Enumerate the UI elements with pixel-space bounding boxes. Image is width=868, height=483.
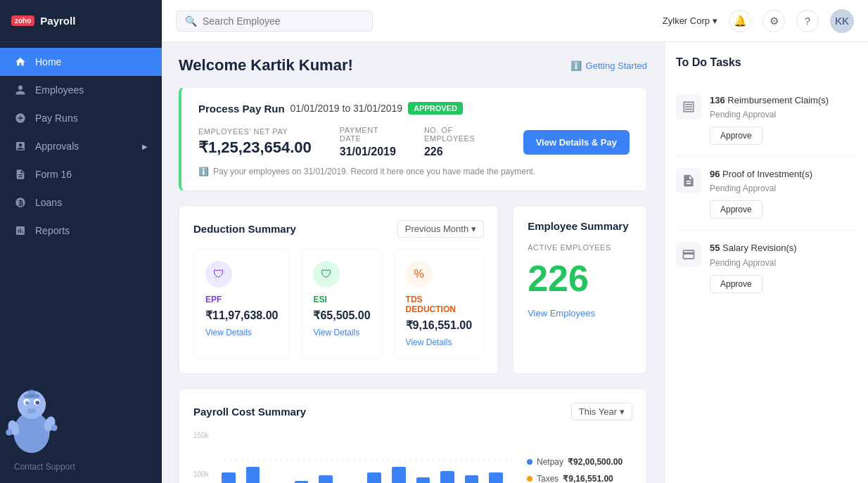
content-wrapper: Welcome Kartik Kumar! ℹ️ Getting Started… xyxy=(162,42,868,483)
logo-badge: zoho xyxy=(11,15,34,26)
company-name: Zylker Corp xyxy=(663,15,710,26)
todo-item-investment: 96 Proof of Investment(s) Pending Approv… xyxy=(676,157,857,231)
tds-type: TDS DEDUCTION xyxy=(406,295,473,314)
legend-netpay: Netpay ₹92,00,500.00 xyxy=(527,457,632,467)
todo-content-investment: 96 Proof of Investment(s) Pending Approv… xyxy=(710,168,857,219)
help-icon[interactable]: ? xyxy=(796,10,819,32)
todo-sub-salary: Pending Approval xyxy=(710,258,857,268)
payment-date-label: PAYMENT DATE xyxy=(340,126,396,143)
approvals-arrow: ▶ xyxy=(142,143,148,150)
cost-period-selector[interactable]: This Year ▾ xyxy=(571,403,632,420)
todo-sidebar: To Do Tasks 136 Reimbursement Claim(s) P… xyxy=(664,42,868,483)
deduction-title: Deduction Summary xyxy=(193,223,296,235)
todo-item-reimbursement: 136 Reimbursement Claim(s) Pending Appro… xyxy=(676,83,857,157)
period-selector[interactable]: Previous Month ▾ xyxy=(397,220,484,238)
sidebar: zoho Payroll Home Employees Pay Runs Ap xyxy=(0,0,162,483)
loans-icon xyxy=(14,196,27,209)
svg-point-14 xyxy=(51,425,58,431)
tds-view-details[interactable]: View Details xyxy=(406,337,473,347)
approved-badge: APPROVED xyxy=(408,102,463,115)
epf-view-details[interactable]: View Details xyxy=(205,328,278,337)
sidebar-item-payruns[interactable]: Pay Runs xyxy=(0,104,162,132)
cost-card-header: Payroll Cost Summary This Year ▾ xyxy=(193,403,632,420)
esi-type: ESI xyxy=(313,295,370,304)
topbar-right: Zylker Corp ▾ 🔔 ⚙ ? KK xyxy=(663,9,854,33)
todo-title: To Do Tasks xyxy=(676,56,857,69)
search-input[interactable] xyxy=(203,15,343,27)
todo-text-salary: 55 Salary Revision(s) xyxy=(710,242,857,255)
employee-summary-header: Employee Summary xyxy=(528,220,632,232)
todo-sub-investment: Pending Approval xyxy=(710,183,857,193)
nav-label-home: Home xyxy=(35,56,61,67)
sidebar-item-approvals[interactable]: Approvals ▶ xyxy=(0,132,162,160)
form16-icon xyxy=(14,168,27,181)
payroll-cost-card: Payroll Cost Summary This Year ▾ 150k 10… xyxy=(179,388,647,483)
payrun-note: ℹ️ Pay your employees on 31/01/2019. Rec… xyxy=(198,167,630,176)
search-box[interactable]: 🔍 xyxy=(176,11,373,32)
legend-value-taxes: ₹9,16,551.00 xyxy=(563,474,613,483)
nav-label-reports: Reports xyxy=(35,225,70,236)
net-pay-label: EMPLOYEES' NET PAY xyxy=(198,127,312,136)
y-label-100k: 100k xyxy=(193,470,209,478)
todo-item-salary: 55 Salary Revision(s) Pending Approval A… xyxy=(676,231,857,304)
approve-salary-button[interactable]: Approve xyxy=(710,275,762,293)
page-header: Welcome Kartik Kumar! ℹ️ Getting Started xyxy=(179,56,647,75)
search-icon: 🔍 xyxy=(185,15,197,27)
employees-count-stat: NO. OF EMPLOYEES 226 xyxy=(424,126,495,158)
sidebar-item-loans[interactable]: Loans xyxy=(0,188,162,217)
sidebar-item-reports[interactable]: Reports xyxy=(0,217,162,245)
svg-point-8 xyxy=(27,408,37,413)
svg-point-10 xyxy=(28,389,36,397)
settings-icon[interactable]: ⚙ xyxy=(762,10,785,32)
view-details-pay-button[interactable]: View Details & Pay xyxy=(523,130,630,155)
two-col-section: Deduction Summary Previous Month ▾ 🛡 EPF… xyxy=(179,205,647,374)
approve-investment-button[interactable]: Approve xyxy=(710,200,762,219)
esi-icon: 🛡 xyxy=(313,261,340,288)
sidebar-item-employees[interactable]: Employees xyxy=(0,76,162,104)
epf-type: EPF xyxy=(205,295,278,304)
nav-label-approvals: Approvals xyxy=(35,141,79,152)
sidebar-item-home[interactable]: Home xyxy=(0,48,162,76)
payrun-card: Process Pay Run 01/01/2019 to 31/01/2019… xyxy=(179,87,647,191)
company-selector[interactable]: Zylker Corp ▾ xyxy=(663,15,717,26)
tds-icon: % xyxy=(406,261,433,288)
person-icon xyxy=(14,84,27,96)
todo-content-salary: 55 Salary Revision(s) Pending Approval A… xyxy=(710,242,857,292)
esi-amount: ₹65,505.00 xyxy=(313,309,370,322)
approve-reimbursement-button[interactable]: Approve xyxy=(710,127,762,145)
main-content: Welcome Kartik Kumar! ℹ️ Getting Started… xyxy=(162,42,664,483)
employee-summary-title: Employee Summary xyxy=(528,220,628,232)
esi-view-details[interactable]: View Details xyxy=(313,328,370,337)
receipt-icon xyxy=(676,94,701,120)
legend-dot-netpay xyxy=(527,459,532,465)
nav-label-form16: Form 16 xyxy=(35,169,72,180)
todo-text-investment: 96 Proof of Investment(s) xyxy=(710,168,857,181)
deduction-item-esi: 🛡 ESI ₹65,505.00 View Details xyxy=(301,249,382,359)
active-employees-label: ACTIVE EMPLOYEES xyxy=(528,243,632,252)
logo-area: zoho Payroll xyxy=(0,0,162,42)
net-pay-stat: EMPLOYEES' NET PAY ₹1,25,23,654.00 xyxy=(198,127,312,157)
contact-support[interactable]: Contact Support xyxy=(0,451,162,483)
chart-main: 150k 100k xyxy=(193,432,513,483)
getting-started-button[interactable]: ℹ️ Getting Started xyxy=(570,60,647,71)
svg-point-13 xyxy=(6,429,12,435)
deduction-items: 🛡 EPF ₹11,97,638.00 View Details 🛡 ESI ₹… xyxy=(193,249,484,359)
payment-date-value: 31/01/2019 xyxy=(340,146,396,158)
view-employees-link[interactable]: View Employees xyxy=(528,308,632,318)
no-employees-value: 226 xyxy=(424,146,495,158)
nav-label-employees: Employees xyxy=(35,84,84,96)
legend-label-taxes: Taxes xyxy=(537,474,559,483)
tds-amount: ₹9,16,551.00 xyxy=(406,318,473,332)
info-icon: ℹ️ xyxy=(198,167,209,176)
epf-amount: ₹11,97,638.00 xyxy=(205,309,278,322)
chart-grid xyxy=(219,432,513,483)
notifications-icon[interactable]: 🔔 xyxy=(729,10,751,32)
payruns-icon xyxy=(14,112,27,124)
sidebar-item-form16[interactable]: Form 16 xyxy=(0,160,162,188)
avatar[interactable]: KK xyxy=(830,9,854,33)
logo-payroll-text: Payroll xyxy=(40,15,75,27)
payrun-header: Process Pay Run 01/01/2019 to 31/01/2019… xyxy=(198,102,630,115)
chevron-down-icon-cost: ▾ xyxy=(620,406,625,417)
active-employees-count: 226 xyxy=(528,257,632,300)
deduction-summary-card: Deduction Summary Previous Month ▾ 🛡 EPF… xyxy=(179,205,499,374)
